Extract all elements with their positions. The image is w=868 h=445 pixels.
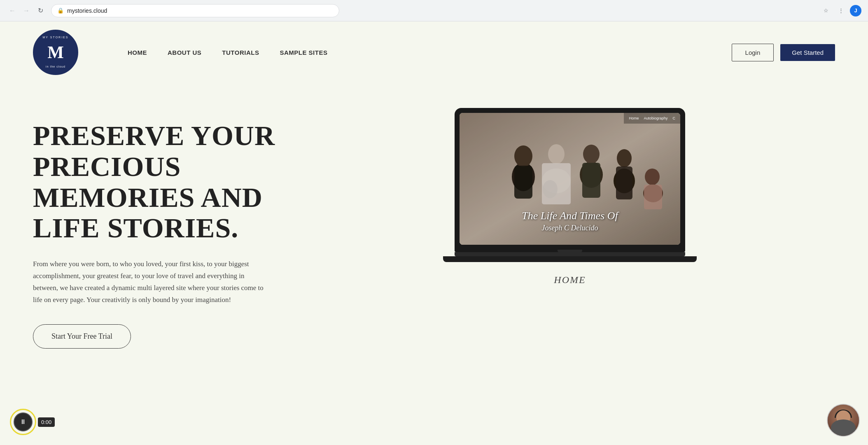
logo-letter: M [47, 42, 64, 62]
laptop-bottom [443, 256, 697, 262]
video-controls: ⏸ 0:00 [10, 409, 55, 435]
main-nav: HOME ABOUT US TUTORIALS SAMPLE SITES [128, 49, 732, 56]
page: MY STORIES M in the cloud HOME ABOUT US … [0, 21, 868, 445]
star-button[interactable]: ☆ [820, 5, 832, 16]
laptop-stand [455, 252, 685, 256]
logo-circle: MY STORIES M in the cloud [33, 30, 78, 75]
nav-item-home[interactable]: HOME [128, 49, 147, 56]
browser-chrome: ← → ↻ 🔒 mystories.cloud ☆ ⋮ J [0, 0, 868, 21]
logo-top-text: MY STORIES [43, 36, 69, 39]
nav-actions: Login Get Started [732, 44, 835, 61]
get-started-button[interactable]: Get Started [780, 44, 835, 61]
laptop-nav-autobiography: Autobiography [644, 116, 667, 120]
url-text: mystories.cloud [67, 7, 107, 14]
logo-container[interactable]: MY STORIES M in the cloud [33, 30, 78, 75]
laptop-screen-content: Home Autobiography C The Life And Times … [460, 113, 680, 245]
login-button[interactable]: Login [732, 44, 774, 61]
video-pause-button[interactable]: ⏸ [14, 412, 33, 431]
laptop-screen-inner: Home Autobiography C The Life And Times … [460, 113, 680, 245]
video-time: 0:00 [38, 417, 55, 427]
laptop-screen-outer: Home Autobiography C The Life And Times … [455, 108, 685, 245]
laptop-base [455, 245, 685, 252]
laptop-nav-home: Home [629, 116, 639, 120]
forward-button[interactable]: → [21, 5, 32, 16]
avatar-container[interactable] [827, 404, 860, 437]
lock-icon: 🔒 [57, 7, 64, 14]
logo-bottom-text: in the cloud [46, 65, 65, 68]
logo-circle-inner: MY STORIES M in the cloud [36, 33, 75, 72]
video-controls-circle: ⏸ [10, 409, 36, 435]
browser-actions: ☆ ⋮ J [820, 5, 861, 16]
address-bar[interactable]: 🔒 mystories.cloud [51, 4, 339, 17]
hero-description: From where you were born, to who you lov… [33, 258, 264, 306]
laptop-label: HOME [554, 274, 586, 286]
laptop-mockup: Home Autobiography C The Life And Times … [455, 108, 685, 262]
avatar-body [831, 419, 856, 436]
menu-button[interactable]: ⋮ [835, 5, 847, 16]
nav-item-about[interactable]: ABOUT US [168, 49, 201, 56]
hero-title: PRESERVE YOUR PRECIOUS MEMORIES AND LIFE… [33, 120, 280, 244]
laptop-nav-bar: Home Autobiography C [624, 113, 680, 124]
trial-button[interactable]: Start Your Free Trial [33, 324, 131, 349]
laptop-nav-other: C [673, 116, 676, 120]
header: MY STORIES M in the cloud HOME ABOUT US … [0, 21, 868, 83]
nav-item-tutorials[interactable]: TUTORIALS [222, 49, 259, 56]
laptop-caption-name: Joseph C Delucido [460, 224, 680, 232]
refresh-button[interactable]: ↻ [35, 5, 46, 16]
hero-right: Home Autobiography C The Life And Times … [305, 108, 835, 286]
hero-section: PRESERVE YOUR PRECIOUS MEMORIES AND LIFE… [0, 83, 868, 373]
browser-nav-buttons: ← → ↻ [7, 5, 46, 16]
laptop-photo: Home Autobiography C The Life And Times … [460, 113, 680, 245]
laptop-caption-title: The Life And Times Of [460, 210, 680, 222]
nav-item-sample-sites[interactable]: SAMPLE SITES [280, 49, 327, 56]
pause-icon: ⏸ [20, 418, 26, 426]
hero-left: PRESERVE YOUR PRECIOUS MEMORIES AND LIFE… [33, 108, 280, 349]
profile-avatar[interactable]: J [850, 5, 861, 16]
back-button[interactable]: ← [7, 5, 18, 16]
avatar-person [828, 405, 859, 436]
laptop-caption: The Life And Times Of Joseph C Delucido [460, 210, 680, 232]
